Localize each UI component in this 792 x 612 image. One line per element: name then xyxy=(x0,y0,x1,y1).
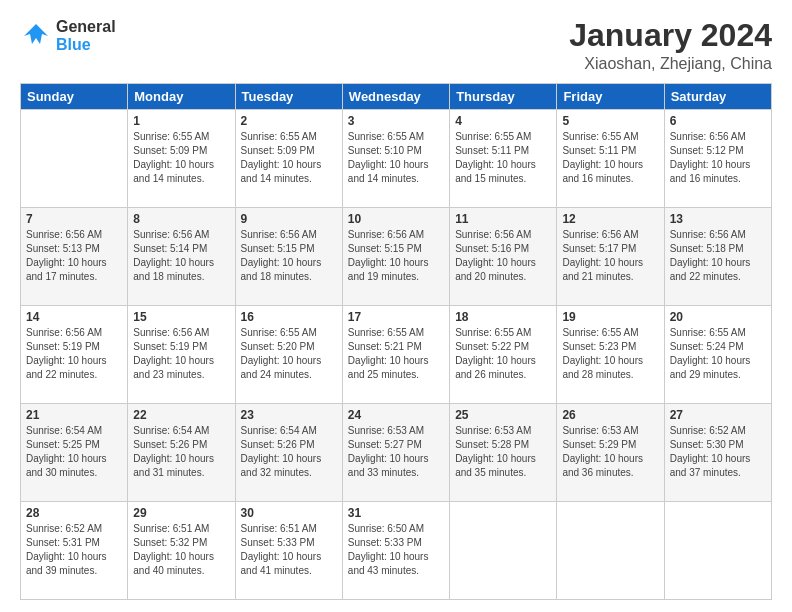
calendar-cell: 16 Sunrise: 6:55 AMSunset: 5:20 PMDaylig… xyxy=(235,306,342,404)
day-number: 27 xyxy=(670,408,766,422)
calendar-table: SundayMondayTuesdayWednesdayThursdayFrid… xyxy=(20,83,772,600)
day-number: 26 xyxy=(562,408,658,422)
day-info: Sunrise: 6:55 AMSunset: 5:09 PMDaylight:… xyxy=(133,130,229,186)
calendar-cell: 29 Sunrise: 6:51 AMSunset: 5:32 PMDaylig… xyxy=(128,502,235,600)
logo-general: General xyxy=(56,18,116,35)
calendar-cell: 22 Sunrise: 6:54 AMSunset: 5:26 PMDaylig… xyxy=(128,404,235,502)
day-number: 30 xyxy=(241,506,337,520)
day-info: Sunrise: 6:56 AMSunset: 5:15 PMDaylight:… xyxy=(348,228,444,284)
page: General Blue January 2024 Xiaoshan, Zhej… xyxy=(0,0,792,612)
day-number: 7 xyxy=(26,212,122,226)
day-info: Sunrise: 6:56 AMSunset: 5:14 PMDaylight:… xyxy=(133,228,229,284)
calendar-cell: 19 Sunrise: 6:55 AMSunset: 5:23 PMDaylig… xyxy=(557,306,664,404)
day-number: 21 xyxy=(26,408,122,422)
week-row-5: 28 Sunrise: 6:52 AMSunset: 5:31 PMDaylig… xyxy=(21,502,772,600)
day-info: Sunrise: 6:55 AMSunset: 5:10 PMDaylight:… xyxy=(348,130,444,186)
weekday-header-tuesday: Tuesday xyxy=(235,84,342,110)
day-info: Sunrise: 6:56 AMSunset: 5:13 PMDaylight:… xyxy=(26,228,122,284)
calendar-cell: 18 Sunrise: 6:55 AMSunset: 5:22 PMDaylig… xyxy=(450,306,557,404)
day-number: 20 xyxy=(670,310,766,324)
day-number: 8 xyxy=(133,212,229,226)
title-block: January 2024 Xiaoshan, Zhejiang, China xyxy=(569,18,772,73)
weekday-header-row: SundayMondayTuesdayWednesdayThursdayFrid… xyxy=(21,84,772,110)
calendar-cell: 24 Sunrise: 6:53 AMSunset: 5:27 PMDaylig… xyxy=(342,404,449,502)
day-number: 6 xyxy=(670,114,766,128)
calendar-cell: 9 Sunrise: 6:56 AMSunset: 5:15 PMDayligh… xyxy=(235,208,342,306)
weekday-header-friday: Friday xyxy=(557,84,664,110)
day-info: Sunrise: 6:53 AMSunset: 5:28 PMDaylight:… xyxy=(455,424,551,480)
day-info: Sunrise: 6:56 AMSunset: 5:16 PMDaylight:… xyxy=(455,228,551,284)
weekday-header-sunday: Sunday xyxy=(21,84,128,110)
day-info: Sunrise: 6:53 AMSunset: 5:27 PMDaylight:… xyxy=(348,424,444,480)
header: General Blue January 2024 Xiaoshan, Zhej… xyxy=(20,18,772,73)
day-info: Sunrise: 6:52 AMSunset: 5:31 PMDaylight:… xyxy=(26,522,122,578)
weekday-header-monday: Monday xyxy=(128,84,235,110)
day-info: Sunrise: 6:55 AMSunset: 5:11 PMDaylight:… xyxy=(562,130,658,186)
day-number: 28 xyxy=(26,506,122,520)
day-info: Sunrise: 6:56 AMSunset: 5:18 PMDaylight:… xyxy=(670,228,766,284)
day-number: 4 xyxy=(455,114,551,128)
calendar-cell: 11 Sunrise: 6:56 AMSunset: 5:16 PMDaylig… xyxy=(450,208,557,306)
weekday-header-saturday: Saturday xyxy=(664,84,771,110)
day-number: 1 xyxy=(133,114,229,128)
calendar-cell: 7 Sunrise: 6:56 AMSunset: 5:13 PMDayligh… xyxy=(21,208,128,306)
calendar-cell: 8 Sunrise: 6:56 AMSunset: 5:14 PMDayligh… xyxy=(128,208,235,306)
calendar-cell: 20 Sunrise: 6:55 AMSunset: 5:24 PMDaylig… xyxy=(664,306,771,404)
day-info: Sunrise: 6:55 AMSunset: 5:24 PMDaylight:… xyxy=(670,326,766,382)
day-info: Sunrise: 6:52 AMSunset: 5:30 PMDaylight:… xyxy=(670,424,766,480)
day-number: 23 xyxy=(241,408,337,422)
calendar-cell: 10 Sunrise: 6:56 AMSunset: 5:15 PMDaylig… xyxy=(342,208,449,306)
day-number: 12 xyxy=(562,212,658,226)
calendar-cell: 12 Sunrise: 6:56 AMSunset: 5:17 PMDaylig… xyxy=(557,208,664,306)
week-row-3: 14 Sunrise: 6:56 AMSunset: 5:19 PMDaylig… xyxy=(21,306,772,404)
day-number: 13 xyxy=(670,212,766,226)
day-number: 3 xyxy=(348,114,444,128)
day-info: Sunrise: 6:56 AMSunset: 5:19 PMDaylight:… xyxy=(133,326,229,382)
calendar-cell: 3 Sunrise: 6:55 AMSunset: 5:10 PMDayligh… xyxy=(342,110,449,208)
calendar-cell: 28 Sunrise: 6:52 AMSunset: 5:31 PMDaylig… xyxy=(21,502,128,600)
svg-marker-0 xyxy=(24,24,48,44)
week-row-4: 21 Sunrise: 6:54 AMSunset: 5:25 PMDaylig… xyxy=(21,404,772,502)
day-number: 15 xyxy=(133,310,229,324)
day-info: Sunrise: 6:56 AMSunset: 5:19 PMDaylight:… xyxy=(26,326,122,382)
calendar-cell xyxy=(664,502,771,600)
calendar-cell: 13 Sunrise: 6:56 AMSunset: 5:18 PMDaylig… xyxy=(664,208,771,306)
calendar-cell xyxy=(450,502,557,600)
day-info: Sunrise: 6:56 AMSunset: 5:17 PMDaylight:… xyxy=(562,228,658,284)
day-info: Sunrise: 6:55 AMSunset: 5:21 PMDaylight:… xyxy=(348,326,444,382)
logo-blue: Blue xyxy=(56,36,91,53)
day-info: Sunrise: 6:55 AMSunset: 5:11 PMDaylight:… xyxy=(455,130,551,186)
day-number: 22 xyxy=(133,408,229,422)
day-info: Sunrise: 6:55 AMSunset: 5:20 PMDaylight:… xyxy=(241,326,337,382)
day-number: 31 xyxy=(348,506,444,520)
day-number: 25 xyxy=(455,408,551,422)
day-info: Sunrise: 6:50 AMSunset: 5:33 PMDaylight:… xyxy=(348,522,444,578)
calendar-cell: 23 Sunrise: 6:54 AMSunset: 5:26 PMDaylig… xyxy=(235,404,342,502)
day-number: 24 xyxy=(348,408,444,422)
day-number: 11 xyxy=(455,212,551,226)
day-number: 5 xyxy=(562,114,658,128)
calendar-cell: 17 Sunrise: 6:55 AMSunset: 5:21 PMDaylig… xyxy=(342,306,449,404)
week-row-2: 7 Sunrise: 6:56 AMSunset: 5:13 PMDayligh… xyxy=(21,208,772,306)
calendar-cell: 14 Sunrise: 6:56 AMSunset: 5:19 PMDaylig… xyxy=(21,306,128,404)
calendar-cell: 2 Sunrise: 6:55 AMSunset: 5:09 PMDayligh… xyxy=(235,110,342,208)
day-info: Sunrise: 6:54 AMSunset: 5:26 PMDaylight:… xyxy=(133,424,229,480)
calendar-cell: 31 Sunrise: 6:50 AMSunset: 5:33 PMDaylig… xyxy=(342,502,449,600)
day-number: 17 xyxy=(348,310,444,324)
day-number: 10 xyxy=(348,212,444,226)
main-title: January 2024 xyxy=(569,18,772,53)
day-info: Sunrise: 6:51 AMSunset: 5:33 PMDaylight:… xyxy=(241,522,337,578)
logo: General Blue xyxy=(20,18,116,53)
day-info: Sunrise: 6:55 AMSunset: 5:23 PMDaylight:… xyxy=(562,326,658,382)
calendar-cell: 26 Sunrise: 6:53 AMSunset: 5:29 PMDaylig… xyxy=(557,404,664,502)
day-number: 29 xyxy=(133,506,229,520)
week-row-1: 1 Sunrise: 6:55 AMSunset: 5:09 PMDayligh… xyxy=(21,110,772,208)
calendar-cell: 27 Sunrise: 6:52 AMSunset: 5:30 PMDaylig… xyxy=(664,404,771,502)
calendar-cell xyxy=(21,110,128,208)
subtitle: Xiaoshan, Zhejiang, China xyxy=(569,55,772,73)
calendar-cell: 21 Sunrise: 6:54 AMSunset: 5:25 PMDaylig… xyxy=(21,404,128,502)
weekday-header-wednesday: Wednesday xyxy=(342,84,449,110)
day-info: Sunrise: 6:54 AMSunset: 5:26 PMDaylight:… xyxy=(241,424,337,480)
weekday-header-thursday: Thursday xyxy=(450,84,557,110)
day-info: Sunrise: 6:56 AMSunset: 5:12 PMDaylight:… xyxy=(670,130,766,186)
